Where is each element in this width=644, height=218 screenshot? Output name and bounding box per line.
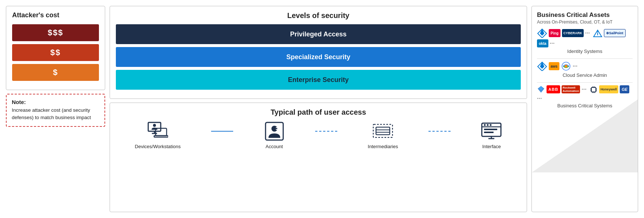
level-enterprise: Enterprise Security bbox=[116, 70, 521, 90]
path-node-interface: Interface bbox=[481, 121, 502, 149]
dots-bcs-2: ··· bbox=[537, 95, 542, 102]
levels-title: Levels of security bbox=[116, 11, 521, 20]
cyberark-logo: CYBERARK bbox=[562, 29, 584, 37]
azure-logo-cloud bbox=[537, 61, 547, 71]
aws-logo: aws bbox=[549, 62, 559, 70]
intermediaries-label: Intermediaries bbox=[368, 144, 398, 149]
right-column: Business Critical Assets Across On-Premi… bbox=[531, 6, 638, 212]
devices-icon bbox=[147, 121, 168, 142]
attacker-cost-title: Attacker's cost bbox=[12, 11, 99, 19]
interface-icon bbox=[481, 121, 502, 142]
ping-logo: Ping bbox=[549, 29, 561, 37]
connector-1 bbox=[211, 131, 233, 132]
svg-rect-20 bbox=[484, 132, 494, 133]
dots-identity-2: ··· bbox=[550, 40, 555, 47]
gcp-logo bbox=[561, 61, 571, 71]
note-box: Note: Increase attacker cost (and securi… bbox=[6, 94, 105, 127]
abb-logo: ABB bbox=[547, 85, 560, 93]
note-title: Note: bbox=[12, 99, 99, 105]
cost-bar-low: $ bbox=[12, 64, 99, 81]
svg-marker-25 bbox=[540, 29, 544, 36]
path-flow: Devices/Workstations bbox=[116, 121, 521, 149]
attacker-cost-box: Attacker's cost $$$ $$ $ bbox=[6, 6, 105, 90]
diamond-icon bbox=[537, 85, 545, 93]
main-container: Attacker's cost $$$ $$ $ Note: Increase … bbox=[0, 0, 644, 218]
svg-point-18 bbox=[490, 124, 492, 126]
connector-2-left bbox=[315, 131, 337, 132]
ge-logo: GE bbox=[620, 85, 629, 93]
dots-cloud: ··· bbox=[573, 63, 577, 69]
path-node-intermediaries: Intermediaries bbox=[368, 121, 398, 149]
note-text: Increase attacker cost (and security def… bbox=[12, 107, 99, 122]
divider-1 bbox=[537, 58, 633, 59]
interface-label: Interface bbox=[482, 144, 501, 149]
svg-point-5 bbox=[153, 124, 156, 127]
svg-rect-19 bbox=[484, 129, 497, 130]
left-column: Attacker's cost $$$ $$ $ Note: Increase … bbox=[6, 6, 105, 212]
devices-label: Devices/Workstations bbox=[135, 144, 181, 149]
svg-point-7 bbox=[271, 126, 277, 132]
svg-point-17 bbox=[487, 124, 489, 126]
levels-box: Levels of security Privileged Access Spe… bbox=[110, 6, 527, 99]
svg-rect-11 bbox=[376, 127, 389, 135]
identity-label: Identity Systems bbox=[537, 49, 633, 54]
path-title: Typical path of user access bbox=[116, 108, 521, 117]
svg-point-28 bbox=[597, 31, 598, 32]
sailpoint-logo: ⊕SailPoint bbox=[604, 29, 626, 37]
bca-subtitle: Across On-Premises, Cloud, OT, & IoT bbox=[537, 19, 633, 25]
connector-2-right bbox=[428, 131, 451, 132]
svg-point-16 bbox=[484, 124, 486, 126]
dots-identity-1: ··· bbox=[585, 30, 590, 36]
bcs-logos: ABB RockwellAutomation ··· bbox=[537, 85, 633, 102]
bca-title: Business Critical Assets bbox=[537, 11, 633, 19]
level-specialized: Specialized Security bbox=[116, 47, 521, 67]
path-node-devices: Devices/Workstations bbox=[135, 121, 181, 149]
cloud-service-section: aws ··· Cloud Service Admin bbox=[537, 61, 633, 78]
path-box: Typical path of user access bbox=[110, 103, 527, 212]
bcs-section: ABB RockwellAutomation ··· bbox=[537, 85, 633, 108]
middle-column: Levels of security Privileged Access Spe… bbox=[110, 6, 527, 212]
level-privileged: Privileged Access bbox=[116, 24, 521, 44]
intermediaries-icon bbox=[373, 121, 393, 142]
rockwell-logo: RockwellAutomation bbox=[562, 85, 580, 93]
identity-systems-section: Ping CYBERARK ··· ⊕SailPoint okta bbox=[537, 28, 633, 54]
honeywell-logo: Honeywell bbox=[599, 85, 619, 93]
svg-rect-35 bbox=[591, 87, 596, 92]
bca-content: Business Critical Assets Across On-Premi… bbox=[537, 11, 633, 113]
path-node-account: Account bbox=[264, 121, 285, 149]
cost-bar-high: $$$ bbox=[12, 24, 99, 41]
identity-logos: Ping CYBERARK ··· ⊕SailPoint okta bbox=[537, 28, 633, 47]
okta-logo: okta bbox=[537, 39, 548, 47]
dots-bcs-1: ··· bbox=[581, 86, 586, 93]
bcs-label: Business Critical Systems bbox=[537, 103, 633, 108]
divider-2 bbox=[537, 82, 633, 83]
account-icon bbox=[264, 121, 285, 142]
cloud-label: Cloud Service Admin bbox=[537, 72, 633, 78]
ars-logo bbox=[593, 29, 602, 37]
cloud-logos: aws ··· bbox=[537, 61, 633, 71]
svg-marker-30 bbox=[540, 62, 544, 69]
account-label: Account bbox=[266, 144, 283, 149]
svg-rect-4 bbox=[154, 136, 168, 137]
chip-icon bbox=[590, 86, 598, 94]
azure-logo-identity bbox=[537, 28, 547, 38]
cost-bar-mid: $$ bbox=[12, 44, 99, 61]
